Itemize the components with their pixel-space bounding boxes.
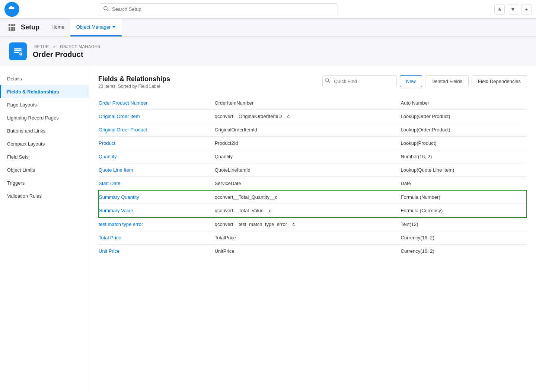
sidebar-item-compact-layouts[interactable]: Compact Layouts: [0, 137, 89, 150]
field-api-name-cell: Quantity: [210, 150, 396, 163]
fields-title-block: Fields & Relationships 23 Items, Sorted …: [98, 75, 170, 89]
salesforce-logo[interactable]: [4, 2, 19, 17]
table-row: Original Order Itemqconvert__OriginalOrd…: [99, 110, 527, 123]
field-label-cell[interactable]: Total Price: [99, 231, 210, 245]
table-row: Order Product NumberOrderItemNumberAuto …: [99, 96, 527, 110]
table-row: ProductProduct2IdLookup(Product): [99, 137, 527, 150]
tab-home[interactable]: Home: [45, 19, 70, 36]
quick-find-wrap: [322, 75, 397, 87]
sidebar-item-page-layouts[interactable]: Page Layouts: [0, 98, 89, 111]
field-api-name-cell: qconvert__Total_Quantity__c: [210, 190, 396, 204]
tab-object-manager[interactable]: Object Manager: [70, 19, 122, 36]
field-label-cell[interactable]: Order Product Number: [99, 96, 210, 110]
svg-rect-12: [14, 50, 22, 51]
field-api-name-cell: ServiceDate: [210, 177, 396, 191]
sidebar-item-object-limits[interactable]: Object Limits: [0, 163, 89, 176]
svg-line-18: [328, 81, 329, 82]
new-button[interactable]: New: [400, 75, 422, 87]
svg-line-1: [107, 9, 108, 11]
table-row: Original Order ProductOriginalOrderItemI…: [99, 123, 527, 137]
field-type-cell: Lookup(Order Product): [396, 110, 527, 123]
field-type-cell: Lookup(Order Product): [396, 123, 527, 137]
field-type-cell: Lookup(Product): [396, 137, 527, 150]
svg-rect-5: [9, 27, 10, 29]
table-row: Total PriceTotalPriceCurrency(16, 2): [99, 231, 527, 245]
apps-icon[interactable]: [6, 22, 18, 34]
field-api-name-cell: TotalPrice: [210, 231, 396, 245]
field-type-cell: Text(12): [396, 217, 527, 231]
new-item-button[interactable]: +: [521, 4, 532, 15]
field-api-name-cell: QuoteLineItemId: [210, 163, 396, 177]
sidebar-item-buttons-links[interactable]: Buttons and Links: [0, 124, 89, 137]
search-input[interactable]: [100, 3, 338, 15]
page-title: Order Product: [33, 50, 102, 59]
table-row: test match type errorqconvert__test_matc…: [99, 217, 527, 231]
field-api-name-cell: OriginalOrderItemId: [210, 123, 396, 137]
field-label-cell[interactable]: Summary Quantity: [99, 190, 210, 204]
field-dependencies-button[interactable]: Field Dependencies: [472, 75, 527, 87]
sidebar-item-triggers[interactable]: Triggers: [0, 176, 89, 189]
setup-nav-label: Setup: [21, 23, 39, 31]
field-label-cell[interactable]: Original Order Item: [99, 110, 210, 123]
field-api-name-cell: qconvert__OriginalOrderItemID__c: [210, 110, 396, 123]
favorites-dropdown-button[interactable]: ▼: [508, 4, 518, 15]
table-row: QuantityQuantityNumber(16, 2): [99, 150, 527, 163]
page-header-text: SETUP > OBJECT MANAGER Order Product: [33, 44, 102, 59]
fields-actions: New Deleted Fields Field Dependencies: [322, 75, 527, 87]
field-label-cell[interactable]: Unit Price: [99, 245, 210, 258]
svg-rect-8: [9, 29, 10, 31]
main-content: Details Fields & Relationships Page Layo…: [0, 66, 536, 392]
page-header: SETUP > OBJECT MANAGER Order Product: [0, 36, 536, 66]
breadcrumb: SETUP > OBJECT MANAGER: [33, 44, 102, 49]
top-nav-right: ★ ▼ +: [494, 4, 532, 15]
field-api-name-cell: Product2Id: [210, 137, 396, 150]
fields-content: Fields & Relationships 23 Items, Sorted …: [89, 66, 536, 392]
fields-title: Fields & Relationships: [98, 75, 170, 83]
top-nav: ★ ▼ +: [0, 0, 536, 19]
svg-rect-3: [11, 24, 13, 26]
breadcrumb-separator: >: [53, 44, 57, 49]
sidebar-item-validation-rules[interactable]: Validation Rules: [0, 189, 89, 203]
svg-rect-10: [13, 29, 15, 31]
search-icon: [103, 6, 109, 12]
object-icon: [9, 42, 27, 60]
sidebar-item-lightning-record-pages[interactable]: Lightning Record Pages: [0, 111, 89, 124]
sidebar-item-fields-relationships[interactable]: Fields & Relationships: [0, 85, 89, 98]
svg-rect-2: [9, 24, 10, 26]
field-type-cell: Currency(16, 2): [396, 231, 527, 245]
object-manager-dropdown-icon: [112, 26, 116, 28]
field-label-cell[interactable]: test match type error: [99, 217, 210, 231]
svg-rect-9: [11, 29, 13, 31]
svg-rect-11: [14, 48, 22, 50]
svg-rect-7: [13, 27, 15, 29]
field-api-name-cell: OrderItemNumber: [210, 96, 396, 110]
favorites-button[interactable]: ★: [494, 4, 505, 15]
sidebar: Details Fields & Relationships Page Layo…: [0, 66, 89, 392]
fields-subtitle: 23 Items, Sorted by Field Label: [98, 84, 170, 89]
field-type-cell: Currency(16, 2): [396, 245, 527, 258]
field-type-cell: Date: [396, 177, 527, 191]
field-type-cell: Number(16, 2): [396, 150, 527, 163]
field-type-cell: Auto Number: [396, 96, 527, 110]
field-label-cell[interactable]: Quantity: [99, 150, 210, 163]
sidebar-item-details[interactable]: Details: [0, 72, 89, 85]
field-label-cell[interactable]: Product: [99, 137, 210, 150]
field-type-cell: Formula (Currency): [396, 204, 527, 218]
table-row: Summary Quantityqconvert__Total_Quantity…: [99, 190, 527, 204]
quick-find-icon: [325, 79, 330, 84]
second-nav: Setup Home Object Manager: [0, 19, 536, 36]
svg-rect-13: [14, 52, 19, 53]
field-label-cell[interactable]: Summary Value: [99, 204, 210, 218]
sidebar-item-field-sets[interactable]: Field Sets: [0, 150, 89, 163]
svg-rect-6: [11, 27, 13, 29]
quick-find-input[interactable]: [322, 75, 397, 87]
field-label-cell[interactable]: Start Date: [99, 177, 210, 191]
search-bar: [100, 3, 338, 15]
field-api-name-cell: qconvert__Total_Value__c: [210, 204, 396, 218]
fields-header: Fields & Relationships 23 Items, Sorted …: [98, 75, 527, 89]
field-label-cell[interactable]: Original Order Product: [99, 123, 210, 137]
table-row: Quote Line ItemQuoteLineItemIdLookup(Quo…: [99, 163, 527, 177]
field-label-cell[interactable]: Quote Line Item: [99, 163, 210, 177]
field-type-cell: Formula (Number): [396, 190, 527, 204]
deleted-fields-button[interactable]: Deleted Fields: [425, 75, 469, 87]
